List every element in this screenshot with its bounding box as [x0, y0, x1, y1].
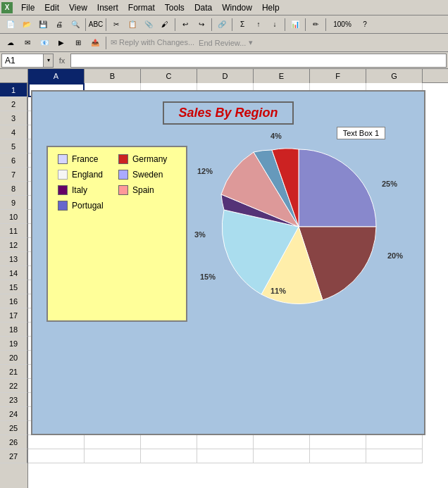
col-header-c[interactable]: C — [141, 69, 197, 83]
cell-row27-col2[interactable] — [141, 449, 197, 463]
tb2-b1[interactable]: ☁ — [3, 35, 18, 51]
row-header-13[interactable]: 13 — [0, 252, 27, 266]
cell-row26-col3[interactable] — [197, 435, 254, 449]
tb2-b6[interactable]: 📤 — [87, 35, 103, 51]
formula-input[interactable] — [70, 54, 447, 68]
legend-item-italy: Italy — [58, 185, 116, 195]
undo-button[interactable]: ↩ — [178, 17, 193, 32]
name-box-dropdown[interactable]: ▾ — [44, 54, 54, 68]
menu-insert[interactable]: Insert — [93, 1, 123, 14]
redo-button[interactable]: ↪ — [194, 17, 209, 32]
row-header-23[interactable]: 23 — [0, 393, 27, 407]
format-painter-button[interactable]: 🖌 — [157, 17, 173, 32]
menu-edit[interactable]: Edit — [40, 1, 63, 14]
sep4 — [211, 18, 212, 31]
row-header-12[interactable]: 12 — [0, 238, 27, 252]
open-button[interactable]: 📂 — [19, 17, 35, 32]
col-header-f[interactable]: F — [310, 69, 366, 83]
print-preview-button[interactable]: 🔍 — [68, 17, 83, 32]
sum-button[interactable]: Σ — [235, 17, 250, 32]
chart-container[interactable]: Sales By Region Text Box 1 France — [31, 90, 425, 435]
col-header-e[interactable]: E — [254, 69, 310, 83]
sort-asc-button[interactable]: ↑ — [251, 17, 266, 32]
spell-check-button[interactable]: ABC — [88, 17, 104, 32]
sort-desc-button[interactable]: ↓ — [267, 17, 282, 32]
row-header-19[interactable]: 19 — [0, 337, 27, 351]
cell-row27-col1[interactable] — [85, 449, 141, 463]
row-header-18[interactable]: 18 — [0, 323, 27, 337]
row-header-9[interactable]: 9 — [0, 196, 27, 210]
name-box[interactable] — [1, 54, 44, 68]
row-header-16[interactable]: 16 — [0, 294, 27, 308]
cut-button[interactable]: ✂ — [108, 17, 124, 32]
row-header-25[interactable]: 25 — [0, 421, 27, 435]
row-header-20[interactable]: 20 — [0, 351, 27, 365]
cell-row26-col1[interactable] — [85, 435, 141, 449]
cell-row27-col5[interactable] — [310, 449, 366, 463]
chart-title: Sales By Region — [163, 101, 293, 125]
row-header-11[interactable]: 11 — [0, 224, 27, 238]
sep5 — [232, 18, 232, 31]
tb2-b4[interactable]: ▶ — [54, 35, 69, 51]
row-header-14[interactable]: 14 — [0, 266, 27, 280]
tb2-b2[interactable]: ✉ — [20, 35, 35, 51]
col-header-g[interactable]: G — [366, 69, 423, 83]
cell-row26-col0[interactable] — [28, 435, 85, 449]
cell-row27-col3[interactable] — [197, 449, 254, 463]
row-header-27[interactable]: 27 — [0, 449, 27, 463]
menu-help[interactable]: Help — [258, 1, 284, 14]
row-header-3[interactable]: 3 — [0, 111, 27, 125]
drawing-button[interactable]: ✏ — [308, 17, 323, 32]
row-header-24[interactable]: 24 — [0, 407, 27, 421]
help-button[interactable]: ? — [357, 17, 373, 32]
col-header-a[interactable]: A — [28, 69, 85, 83]
cell-row26-col2[interactable] — [141, 435, 197, 449]
sep6 — [285, 18, 285, 31]
tb2-b3[interactable]: 📧 — [37, 35, 52, 51]
dropdown-arrow[interactable]: ▾ — [249, 38, 253, 47]
row-header-1[interactable]: 1 — [0, 83, 27, 97]
row-header-5[interactable]: 5 — [0, 139, 27, 154]
row-header-7[interactable]: 7 — [0, 168, 27, 182]
paste-button[interactable]: 📎 — [141, 17, 156, 32]
row-header-15[interactable]: 15 — [0, 280, 27, 294]
menu-window[interactable]: Window — [218, 1, 256, 14]
row-header-8[interactable]: 8 — [0, 182, 27, 196]
cell-row27-col6[interactable] — [366, 449, 423, 463]
chart-wizard-button[interactable]: 📊 — [287, 17, 303, 32]
grid-area[interactable]: Sales By Region Text Box 1 France — [28, 83, 448, 488]
print-button[interactable]: 🖨 — [51, 17, 67, 32]
menu-data[interactable]: Data — [190, 1, 216, 14]
pie-label-12: 12% — [197, 167, 213, 175]
hyperlink-button[interactable]: 🔗 — [214, 17, 230, 32]
row-header-22[interactable]: 22 — [0, 379, 27, 393]
menu-tools[interactable]: Tools — [161, 1, 189, 14]
row-header-4[interactable]: 4 — [0, 125, 27, 139]
cell-row27-col4[interactable] — [254, 449, 310, 463]
cell-row27-col0[interactable] — [28, 449, 85, 463]
row-header-21[interactable]: 21 — [0, 365, 27, 379]
cell-row26-col6[interactable] — [366, 435, 423, 449]
pie-label-11: 11% — [270, 287, 286, 295]
menu-file[interactable]: File — [17, 1, 39, 14]
row-header-10[interactable]: 10 — [0, 210, 27, 224]
tb2-b5[interactable]: ⊞ — [70, 35, 86, 51]
legend-item-sweden: Sweden — [118, 170, 176, 180]
col-header-b[interactable]: B — [85, 69, 141, 83]
cell-row26-col4[interactable] — [254, 435, 310, 449]
zoom-button[interactable]: 100% — [328, 17, 356, 32]
legend-swatch-france — [58, 154, 68, 164]
row-header-17[interactable]: 17 — [0, 308, 27, 323]
legend-swatch-portugal — [58, 201, 68, 211]
menu-view[interactable]: View — [65, 1, 92, 14]
menu-format[interactable]: Format — [124, 1, 159, 14]
save-button[interactable]: 💾 — [35, 17, 51, 32]
copy-button[interactable]: 📋 — [125, 17, 140, 32]
row-header-26[interactable]: 26 — [0, 435, 27, 449]
row-header-6[interactable]: 6 — [0, 154, 27, 168]
new-button[interactable]: 📄 — [3, 17, 18, 32]
col-header-d[interactable]: D — [197, 69, 254, 83]
cell-row26-col5[interactable] — [310, 435, 366, 449]
row-header-2[interactable]: 2 — [0, 97, 27, 111]
app-icon: X — [1, 2, 13, 13]
